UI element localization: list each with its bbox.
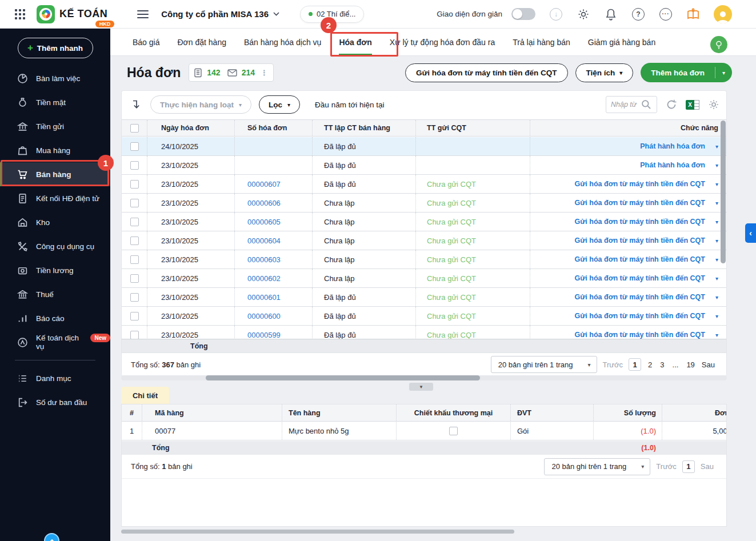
col-header-trade-discount[interactable]: Chiết khấu thương mại — [396, 404, 510, 421]
sidebar-item-warehouse[interactable]: Kho — [0, 210, 110, 234]
search-input[interactable] — [611, 101, 641, 109]
sidebar-item-dashboard[interactable]: Bàn làm việc — [0, 66, 110, 90]
caret-down-icon[interactable]: ▾ — [715, 332, 718, 338]
sidebar-item-accounting-service[interactable]: Kế toán dịch vụ New — [0, 330, 110, 354]
col-header-date[interactable]: Ngày hóa đơn — [147, 120, 234, 136]
send-pos-to-cqt-button[interactable]: Gửi hóa đơn từ máy tính tiền đến CQT — [405, 63, 568, 82]
user-avatar[interactable] — [714, 5, 732, 23]
refresh-icon[interactable] — [666, 99, 677, 110]
col-header-item-name[interactable]: Tên hàng — [282, 404, 396, 421]
prev-page-button[interactable]: Trước — [603, 360, 623, 369]
col-header-item-code[interactable]: Mã hàng — [142, 404, 282, 421]
row-action-link[interactable]: Gửi hóa đơn từ máy tính tiền đến CQT▾ — [530, 326, 726, 339]
filter-button[interactable]: Lọc ▾ — [259, 95, 300, 114]
row-checkbox[interactable] — [130, 161, 139, 170]
batch-actions-button[interactable]: Thực hiện hàng loạt ▾ — [150, 95, 251, 114]
select-all-checkbox[interactable] — [130, 124, 139, 133]
table-row[interactable]: 23/10/2025 00000600 Đã lập đủ Chưa gửi C… — [122, 307, 726, 326]
col-header-quantity[interactable]: Số lượng — [593, 404, 662, 421]
sidebar-item-purchase[interactable]: Mua hàng — [0, 138, 110, 162]
sidebar-item-payroll[interactable]: Tiền lương — [0, 258, 110, 282]
tab-hoa-don[interactable]: Hóa đơn — [339, 29, 371, 56]
tab-xu-ly-tu-dong[interactable]: Xử lý tự động hóa đơn đầu ra — [390, 29, 495, 56]
counter-more-icon[interactable]: ⋮ — [261, 69, 269, 77]
caret-down-icon[interactable]: ▾ — [715, 63, 732, 82]
trade-discount-checkbox[interactable] — [449, 427, 458, 435]
col-header-unit[interactable]: ĐVT — [510, 404, 593, 421]
right-panel-expand-tab[interactable]: ‹ — [745, 223, 756, 243]
page-number-1[interactable]: 1 — [682, 460, 695, 473]
sidebar-item-bank-deposit[interactable]: Tiền gửi — [0, 114, 110, 138]
page-number-1[interactable]: 1 — [629, 358, 641, 371]
row-checkbox[interactable] — [130, 142, 139, 151]
row-action-link[interactable]: Gửi hóa đơn từ máy tính tiền đến CQT▾ — [530, 269, 726, 287]
row-action-link[interactable]: Gửi hóa đơn từ máy tính tiền đến CQT▾ — [530, 307, 726, 325]
search-box[interactable] — [606, 96, 657, 113]
utilities-button[interactable]: Tiện ích ▾ — [575, 63, 634, 82]
sidebar-item-einvoice-connect[interactable]: Kết nối HĐ điện tử — [0, 186, 110, 210]
page-size-select[interactable]: 20 bản ghi trên 1 trang ▾ — [544, 458, 650, 475]
quick-add-button[interactable]: + Thêm nhanh — [18, 38, 93, 58]
caret-down-icon[interactable]: ▾ — [715, 200, 718, 206]
detail-collapse-handle[interactable]: ▼ — [409, 383, 433, 391]
sidebar-item-opening-balance[interactable]: Số dư ban đầu — [0, 390, 110, 414]
table-row[interactable]: 23/10/2025 00000604 Chưa lập Chưa gửi CQ… — [122, 231, 726, 250]
col-header-cqt-status[interactable]: TT gửi CQT — [415, 120, 530, 136]
next-page-button[interactable]: Sau — [702, 360, 715, 369]
help-lightbulb-icon[interactable] — [710, 36, 727, 53]
row-checkbox[interactable] — [130, 274, 139, 283]
sidebar-item-reports[interactable]: Báo cáo — [0, 306, 110, 330]
page-number-3[interactable]: 3 — [659, 360, 665, 369]
caret-down-icon[interactable]: ▾ — [715, 219, 718, 225]
tab-bao-gia[interactable]: Báo giá — [133, 29, 159, 56]
row-checkbox[interactable] — [130, 293, 139, 302]
row-action-link[interactable]: Gửi hóa đơn từ máy tính tiền đến CQT▾ — [530, 250, 726, 269]
caret-down-icon[interactable]: ▾ — [715, 313, 718, 319]
sidebar-item-tools[interactable]: Công cụ dụng cụ — [0, 234, 110, 258]
row-action-link[interactable]: Phát hành hóa đơn▾ — [530, 137, 726, 155]
page-number-19[interactable]: 19 — [685, 360, 695, 369]
row-action-link[interactable]: Gửi hóa đơn từ máy tính tiền đến CQT▾ — [530, 288, 726, 306]
more-options-icon[interactable]: ··· — [659, 7, 673, 21]
row-action-link[interactable]: Phát hành hóa đơn▾ — [530, 156, 726, 174]
add-invoice-button[interactable]: Thêm hóa đơn ▾ — [641, 63, 732, 82]
gear-icon[interactable] — [577, 7, 590, 21]
table-row[interactable]: 23/10/2025 00000602 Chưa lập Chưa gửi CQ… — [122, 269, 726, 288]
table-row[interactable]: 23/10/2025 00000605 Chưa lập Chưa gửi CQ… — [122, 213, 726, 231]
page-size-select[interactable]: 20 bản ghi trên 1 trang ▾ — [491, 356, 597, 373]
caret-down-icon[interactable]: ▾ — [715, 238, 718, 244]
caret-down-icon[interactable]: ▾ — [715, 162, 718, 169]
page-number-2[interactable]: 2 — [647, 360, 653, 369]
next-page-button[interactable]: Sau — [701, 462, 714, 471]
help-icon[interactable]: ? — [631, 7, 645, 21]
sidebar-item-catalog[interactable]: Danh mục — [0, 366, 110, 390]
row-checkbox[interactable] — [130, 237, 139, 245]
tab-tra-lai-hang-ban[interactable]: Trả lại hàng bán — [513, 29, 570, 56]
sort-download-icon[interactable] — [131, 99, 142, 110]
caret-down-icon[interactable]: ▾ — [715, 294, 718, 300]
row-checkbox[interactable] — [130, 218, 139, 226]
caret-down-icon[interactable]: ▾ — [715, 181, 718, 187]
prev-page-button[interactable]: Trước — [656, 462, 677, 471]
table-row[interactable]: 23/10/2025 00000601 Đã lập đủ Chưa gửi C… — [122, 288, 726, 307]
sidebar-item-tax[interactable]: Thuế — [0, 282, 110, 306]
row-checkbox[interactable] — [130, 255, 139, 264]
table-vertical-scrollbar[interactable] — [721, 121, 726, 375]
app-logo[interactable]: KẾ TOÁN HKD — [37, 5, 107, 23]
table-row[interactable]: 23/10/2025 00000606 Chưa lập Chưa gửi CQ… — [122, 194, 726, 213]
table-row[interactable]: 23/10/2025 00000599 Đã lập đủ Chưa gửi C… — [122, 326, 726, 339]
row-action-link[interactable]: Gửi hóa đơn từ máy tính tiền đến CQT▾ — [530, 175, 726, 193]
menu-toggle-icon[interactable] — [137, 8, 149, 21]
tab-ban-hang-hoa-dich-vu[interactable]: Bán hàng hóa dịch vụ — [244, 29, 321, 56]
bottom-horizontal-scrollbar[interactable] — [121, 530, 514, 534]
guide-book-icon[interactable] — [686, 7, 700, 21]
tab-don-dat-hang[interactable]: Đơn đặt hàng — [177, 29, 226, 56]
detail-row[interactable]: 1 00077 Mực bento nhỏ 5g Gói (1.0) 5,000… — [122, 422, 727, 440]
tab-giam-gia-hang-ban[interactable]: Giảm giá hàng bán — [588, 29, 655, 56]
row-checkbox[interactable] — [130, 199, 139, 207]
row-checkbox[interactable] — [130, 331, 139, 339]
download-icon[interactable]: ↓ — [549, 7, 563, 21]
tab-detail[interactable]: Chi tiết — [121, 387, 169, 404]
table-row[interactable]: 23/10/2025 Đã lập đủ Phát hành hóa đơn▾ — [122, 156, 726, 175]
simple-ui-toggle[interactable] — [511, 8, 535, 20]
